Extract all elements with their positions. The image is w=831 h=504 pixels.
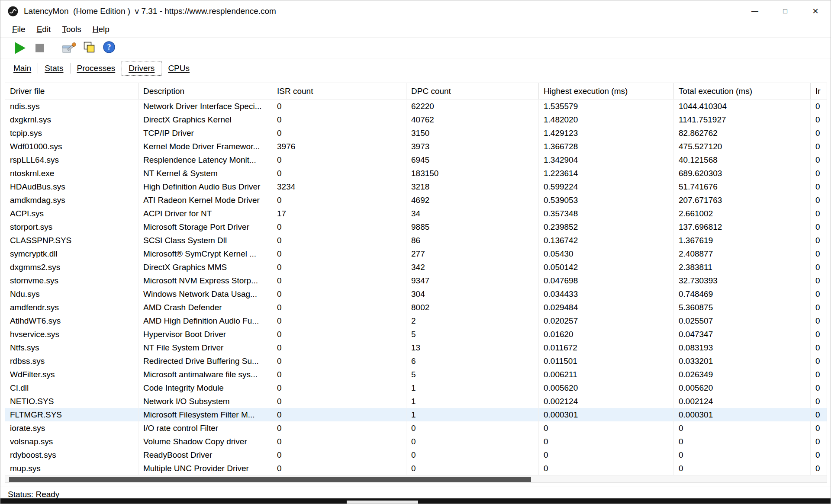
table-row-dxgmms2.sys[interactable]: dxgmms2.sysDirectX Graphics MMS03420.050… (5, 260, 827, 274)
hscrollbar[interactable] (5, 475, 827, 483)
maximize-button[interactable]: □ (770, 0, 800, 22)
cell: 0.029484 (539, 301, 674, 314)
cell: 0.011672 (539, 341, 674, 354)
table-row-volsnap.sys[interactable]: volsnap.sysVolume Shadow Copy driver0000… (5, 435, 827, 448)
cell: 0.083193 (674, 341, 811, 354)
table-row-stornvme.sys[interactable]: stornvme.sysMicrosoft NVM Express Storp.… (5, 274, 827, 287)
hscrollbar-thumb[interactable] (9, 477, 531, 482)
column-header-driver-file[interactable]: Driver file (5, 83, 138, 99)
cell: 0.026349 (674, 368, 811, 381)
cell: Multiple UNC Provider Driver (138, 462, 272, 475)
cell: amdfendr.sys (5, 301, 138, 314)
cell: 40762 (406, 113, 539, 126)
cell: 5 (406, 327, 539, 341)
column-header-ir[interactable]: Ir (811, 83, 827, 99)
cell: 0 (811, 220, 827, 234)
table-row-wdf01000.sys[interactable]: Wdf01000.sysKernel Mode Driver Framewor.… (5, 140, 827, 153)
menu-bar: FileEditToolsHelp (0, 22, 831, 38)
cell: Ntfs.sys (5, 341, 138, 354)
tab-drivers[interactable]: Drivers (122, 61, 161, 75)
menu-file[interactable]: File (6, 23, 31, 36)
table-row-ndu.sys[interactable]: Ndu.sysWindows Network Data Usag...03040… (5, 287, 827, 301)
copy-report-button[interactable] (79, 39, 99, 57)
table-row-ntfs.sys[interactable]: Ntfs.sysNT File System Driver0130.011672… (5, 341, 827, 354)
table-row-tcpip.sys[interactable]: tcpip.sysTCP/IP Driver031501.42912382.86… (5, 126, 827, 140)
cell: 0 (811, 341, 827, 354)
menu-tools[interactable]: Tools (56, 23, 87, 36)
cell: Microsoft antimalware file sys... (138, 368, 272, 381)
cell: 0 (406, 421, 539, 435)
table-row-ndis.sys[interactable]: ndis.sysNetwork Driver Interface Speci..… (5, 100, 827, 113)
cell: 2.383811 (674, 260, 811, 274)
table-row-rdbss.sys[interactable]: rdbss.sysRedirected Drive Buffering Su..… (5, 354, 827, 368)
cell: 0.136742 (539, 234, 674, 247)
minimize-button[interactable]: — (740, 0, 770, 22)
table-row-rdyboost.sys[interactable]: rdyboost.sysReadyBoost Driver00000 (5, 448, 827, 462)
cell: 1.366728 (539, 140, 674, 153)
cell: NETIO.SYS (5, 395, 138, 408)
cell: DirectX Graphics MMS (138, 260, 272, 274)
tab-main[interactable]: Main (7, 61, 38, 75)
table-row-fltmgr.sys[interactable]: FLTMGR.SYSMicrosoft Filesystem Filter M.… (5, 408, 827, 421)
help-button[interactable]: ? (99, 39, 119, 57)
cell: 0 (811, 368, 827, 381)
cell: 0.034433 (539, 287, 674, 301)
tab-cpus[interactable]: CPUs (161, 61, 196, 75)
column-header-highest-execution-ms[interactable]: Highest execution (ms) (539, 83, 674, 99)
column-header-total-execution-ms[interactable]: Total execution (ms) (674, 83, 811, 99)
cell: TCP/IP Driver (138, 126, 272, 140)
table-row-amdfendr.sys[interactable]: amdfendr.sysAMD Crash Defender080020.029… (5, 301, 827, 314)
table-row-hvservice.sys[interactable]: hvservice.sysHypervisor Boot Driver050.0… (5, 327, 827, 341)
table-row-dxgkrnl.sys[interactable]: dxgkrnl.sysDirectX Graphics Kernel040762… (5, 113, 827, 126)
close-button[interactable]: ✕ (800, 0, 831, 22)
options-button[interactable] (59, 39, 79, 57)
column-header-dpc-count[interactable]: DPC count (406, 83, 539, 99)
cell: 0 (811, 421, 827, 435)
cell: 0 (539, 421, 674, 435)
stop-monitor-button[interactable] (30, 39, 50, 57)
cell: Microsoft Storage Port Driver (138, 220, 272, 234)
cell: AMD Crash Defender (138, 301, 272, 314)
cell: 0 (272, 395, 406, 408)
table-row-wdfilter.sys[interactable]: WdFilter.sysMicrosoft antimalware file s… (5, 368, 827, 381)
cell: 0.002124 (674, 395, 811, 408)
tab-processes[interactable]: Processes (71, 61, 122, 75)
table-row-iorate.sys[interactable]: iorate.sysI/O rate control Filter00000 (5, 421, 827, 435)
table-row-atihdwt6.sys[interactable]: AtihdWT6.sysAMD High Definition Audio Fu… (5, 314, 827, 327)
cell: rdyboost.sys (5, 448, 138, 462)
cell: 0 (674, 421, 811, 435)
column-header-isr-count[interactable]: ISR count (272, 83, 406, 99)
table-row-classpnp.sys[interactable]: CLASSPNP.SYSSCSI Class System Dll0860.13… (5, 234, 827, 247)
start-monitor-button[interactable] (10, 39, 30, 57)
table-row-acpi.sys[interactable]: ACPI.sysACPI Driver for NT17340.3573482.… (5, 207, 827, 220)
cell: I/O rate control Filter (138, 421, 272, 435)
table-row-amdkmdag.sys[interactable]: amdkmdag.sysATI Radeon Kernel Mode Drive… (5, 193, 827, 207)
table-row-symcryptk.dll[interactable]: symcryptk.dllMicrosoft® SymCrypt Kernel … (5, 247, 827, 260)
tab-stats[interactable]: Stats (38, 61, 70, 75)
latencymon-logo-icon (7, 6, 19, 17)
table-row-netio.sys[interactable]: NETIO.SYSNetwork I/O Subsystem010.002124… (5, 395, 827, 408)
cell: 6945 (406, 153, 539, 167)
cell: ATI Radeon Kernel Mode Driver (138, 193, 272, 207)
cell: 689.620303 (674, 167, 811, 180)
menu-edit[interactable]: Edit (31, 23, 57, 36)
table-row-ci.dll[interactable]: CI.dllCode Integrity Module010.0056200.0… (5, 381, 827, 395)
cell: symcryptk.dll (5, 247, 138, 260)
cell: dxgmms2.sys (5, 260, 138, 274)
cell: Kernel Mode Driver Framewor... (138, 140, 272, 153)
table-row-rsplll64.sys[interactable]: rspLLL64.sysResplendence Latency Monit..… (5, 153, 827, 167)
table-row-storport.sys[interactable]: storport.sysMicrosoft Storage Port Drive… (5, 220, 827, 234)
column-header-description[interactable]: Description (138, 83, 272, 99)
cell: CI.dll (5, 381, 138, 395)
cell: 0 (811, 140, 827, 153)
menu-help[interactable]: Help (87, 23, 115, 36)
table-row-hdaudbus.sys[interactable]: HDAudBus.sysHigh Definition Audio Bus Dr… (5, 180, 827, 193)
cell: 0 (811, 180, 827, 193)
cell: 0.011501 (539, 354, 674, 368)
cell: 0 (272, 193, 406, 207)
cell: 0.599224 (539, 180, 674, 193)
cell: 0 (811, 314, 827, 327)
table-row-ntoskrnl.exe[interactable]: ntoskrnl.exeNT Kernel & System01831501.2… (5, 167, 827, 180)
cell: 1.342904 (539, 153, 674, 167)
table-row-mup.sys[interactable]: mup.sysMultiple UNC Provider Driver00000 (5, 462, 827, 475)
